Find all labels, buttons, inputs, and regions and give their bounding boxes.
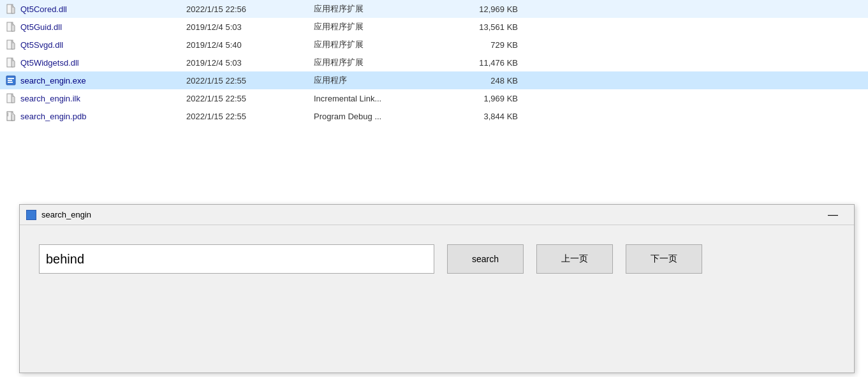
file-list: Qt5Cored.dll 2022/1/15 22:56 应用程序扩展 12,9… (0, 0, 868, 125)
table-row[interactable]: Qt5Widgetsd.dll 2019/12/4 5:03 应用程序扩展 11… (0, 54, 868, 71)
file-size: 13,561 KB (441, 22, 518, 32)
file-icon-dll (5, 39, 17, 50)
minimize-button[interactable]: — (818, 205, 848, 225)
table-row[interactable]: search_engin.ilk 2022/1/15 22:55 Increme… (0, 89, 868, 107)
file-icon-exe (5, 75, 17, 86)
file-type: Program Debug ... (314, 112, 441, 121)
app-icon (26, 210, 36, 220)
titlebar-left: search_engin (26, 210, 91, 220)
svg-rect-24 (8, 115, 8, 116)
file-date: 2019/12/4 5:40 (186, 40, 314, 50)
table-row[interactable]: search_engin.pdb 2022/1/15 22:55 Program… (0, 107, 868, 125)
app-window: search_engin — search 上一页 下一页 (19, 204, 855, 373)
file-type: 应用程序扩展 (314, 3, 441, 15)
table-row[interactable]: Qt5Cored.dll 2022/1/15 22:56 应用程序扩展 12,9… (0, 0, 868, 18)
table-row[interactable]: Qt5Svgd.dll 2019/12/4 5:40 应用程序扩展 729 KB (0, 36, 868, 54)
file-name: Qt5Cored.dll (20, 4, 186, 14)
svg-rect-13 (8, 78, 14, 79)
app-content: search 上一页 下一页 (20, 225, 854, 293)
file-size: 729 KB (441, 40, 518, 50)
file-date: 2022/1/15 22:56 (186, 4, 314, 14)
file-date: 2022/1/15 22:55 (186, 112, 314, 121)
svg-rect-15 (8, 82, 13, 83)
file-size: 3,844 KB (441, 112, 518, 121)
search-button[interactable]: search (447, 244, 524, 274)
file-size: 248 KB (441, 76, 518, 85)
file-icon-dll (5, 3, 17, 15)
file-icon-pdb (5, 110, 17, 122)
file-icon-ilk (5, 92, 17, 104)
file-icon-dll (5, 57, 17, 68)
table-row[interactable]: Qt5Guid.dll 2019/12/4 5:03 应用程序扩展 13,561… (0, 18, 868, 36)
search-input[interactable] (39, 244, 434, 274)
file-date: 2019/12/4 5:03 (186, 58, 314, 68)
file-date: 2022/1/15 22:55 (186, 76, 314, 85)
svg-rect-23 (8, 114, 8, 115)
svg-rect-14 (8, 80, 12, 81)
file-name: search_engin.pdb (20, 112, 186, 121)
file-date: 2022/1/15 22:55 (186, 94, 314, 103)
file-icon-dll (5, 21, 17, 33)
file-date: 2019/12/4 5:03 (186, 22, 314, 32)
file-explorer: Qt5Cored.dll 2022/1/15 22:56 应用程序扩展 12,9… (0, 0, 868, 125)
file-type: 应用程序扩展 (314, 39, 441, 50)
file-name: Qt5Guid.dll (20, 22, 186, 32)
svg-rect-22 (8, 113, 8, 114)
app-titlebar: search_engin — (20, 205, 854, 225)
file-type: 应用程序扩展 (314, 57, 441, 68)
file-type: 应用程序 (314, 75, 441, 86)
file-name: Qt5Widgetsd.dll (20, 58, 186, 68)
next-page-button[interactable]: 下一页 (626, 244, 702, 274)
file-size: 11,476 KB (441, 58, 518, 68)
table-row[interactable]: search_engin.exe 2022/1/15 22:55 应用程序 24… (0, 71, 868, 89)
file-type: Incremental Link... (314, 94, 441, 103)
file-name: Qt5Svgd.dll (20, 40, 186, 50)
file-name: search_engin.exe (20, 76, 186, 85)
app-title: search_engin (41, 210, 91, 219)
file-type: 应用程序扩展 (314, 21, 441, 33)
file-name: search_engin.ilk (20, 94, 186, 103)
titlebar-controls: — (818, 205, 848, 225)
prev-page-button[interactable]: 上一页 (536, 244, 613, 274)
file-size: 12,969 KB (441, 4, 518, 14)
file-size: 1,969 KB (441, 94, 518, 103)
